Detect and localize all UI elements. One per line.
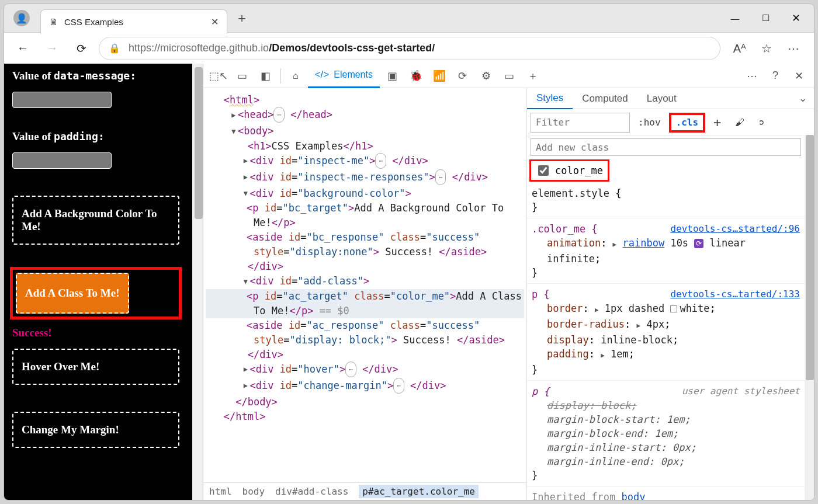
refresh-button[interactable]: ⟳ <box>70 37 93 60</box>
favorite-star-icon[interactable]: ☆ <box>758 41 775 55</box>
colorme-rule[interactable]: .color_me {devtools-cs…started/:96 anima… <box>527 218 805 284</box>
styles-tabs-expand-icon[interactable]: ⌄ <box>792 92 814 105</box>
dock-icon[interactable]: ◧ <box>255 65 276 86</box>
performance-icon[interactable]: ⟳ <box>452 65 473 86</box>
hover-box[interactable]: Hover Over Me! <box>12 349 179 385</box>
read-aloud-icon[interactable]: Aᴬ <box>731 41 748 55</box>
lock-icon: 🔒 <box>109 43 120 54</box>
p-ua-rule: p {user agent stylesheet display: block;… <box>527 381 805 486</box>
hov-toggle-button[interactable]: :hov <box>632 113 667 133</box>
url-field[interactable]: 🔒 https://microsoftedge.github.io/Demos/… <box>99 37 720 60</box>
highlighted-add-class-box: Add A Class To Me! <box>12 269 179 317</box>
breadcrumb-item[interactable]: body <box>242 486 265 497</box>
back-button[interactable]: ← <box>11 37 34 60</box>
console-icon[interactable]: ▣ <box>382 65 403 86</box>
browser-tab[interactable]: 🗎 CSS Examples ✕ <box>40 9 227 34</box>
styles-tab-computed[interactable]: Computed <box>573 88 637 109</box>
application-icon[interactable]: ▭ <box>499 65 520 86</box>
padding-label: Value of padding: <box>12 130 179 143</box>
titlebar: 👤 🗎 CSS Examples ✕ ＋ — ☐ ✕ <box>4 4 814 32</box>
settings-menu-icon[interactable]: ⋯ <box>785 41 802 55</box>
content-area: Value of data-message: Value of padding:… <box>4 64 814 500</box>
url-text: https://microsoftedge.github.io/Demos/de… <box>129 42 435 54</box>
data-message-label: Value of data-message: <box>12 69 179 82</box>
page-scrollbar[interactable] <box>192 64 203 500</box>
styles-toolbar: :hov .cls + 🖌 ➲ <box>527 109 814 136</box>
styles-tabs: Styles Computed Layout ⌄ <box>527 88 814 109</box>
dom-tree[interactable]: <html> ▶<head>⋯ </head> ▼<body> <h1>CSS … <box>203 88 526 482</box>
network-icon[interactable]: 📶 <box>429 65 450 86</box>
rule-source-link[interactable]: devtools-cs…tarted/:133 <box>670 287 800 301</box>
sources-icon[interactable]: 🐞 <box>405 65 427 86</box>
devtools-close-icon[interactable]: ✕ <box>788 65 809 86</box>
new-style-rule-button[interactable]: + <box>708 113 727 133</box>
styles-filter-input[interactable] <box>531 113 630 133</box>
class-checkbox-row[interactable]: color_me <box>529 159 609 182</box>
window-close-button[interactable]: ✕ <box>782 6 809 30</box>
styles-pane: Styles Computed Layout ⌄ :hov .cls + 🖌 ➲ <box>527 88 814 500</box>
class-checkbox-label: color_me <box>555 165 603 176</box>
window-minimize-button[interactable]: — <box>722 6 748 30</box>
window-maximize-button[interactable]: ☐ <box>752 6 779 30</box>
copy-styles-icon[interactable]: 🖌 <box>729 113 750 133</box>
device-toggle-icon[interactable]: ▭ <box>231 65 252 86</box>
welcome-tab[interactable]: ⌂ <box>286 64 306 88</box>
profile-avatar-icon[interactable]: 👤 <box>13 10 30 26</box>
breadcrumb-item-selected[interactable]: p#ac_target.color_me <box>359 485 479 498</box>
page-render-pane: Value of data-message: Value of padding:… <box>4 64 203 500</box>
data-message-input[interactable] <box>12 92 112 108</box>
background-color-box[interactable]: Add A Background Color To Me! <box>12 196 179 245</box>
add-class-box[interactable]: Add A Class To Me! <box>16 273 129 314</box>
forward-button[interactable]: → <box>40 37 64 60</box>
change-margin-box[interactable]: Change My Margin! <box>12 412 179 448</box>
breadcrumb-item[interactable]: div#add-class <box>275 486 348 497</box>
devtools-pane: ⬚↖ ▭ ◧ ⌂ </>Elements ▣ 🐞 📶 ⟳ ⚙ ▭ ＋ ⋯ ? ✕ <box>203 64 814 500</box>
element-style-rule[interactable]: element.style { } <box>527 183 805 218</box>
add-new-class-input[interactable] <box>531 138 801 156</box>
page-icon: 🗎 <box>49 17 58 27</box>
p-rule[interactable]: p {devtools-cs…tarted/:133 border: ▶ 1px… <box>527 284 805 381</box>
breadcrumb-item[interactable]: html <box>209 486 232 497</box>
help-icon[interactable]: ? <box>765 65 786 86</box>
tab-close-icon[interactable]: ✕ <box>211 16 219 27</box>
styles-scrollbar[interactable] <box>805 135 814 500</box>
memory-icon[interactable]: ⚙ <box>476 65 497 86</box>
styles-tab-styles[interactable]: Styles <box>527 88 573 109</box>
padding-input[interactable] <box>12 152 112 169</box>
styles-tab-layout[interactable]: Layout <box>637 88 686 109</box>
class-checkbox[interactable] <box>538 165 549 176</box>
dom-breadcrumb[interactable]: html body div#add-class p#ac_target.colo… <box>203 482 526 500</box>
browser-window: 👤 🗎 CSS Examples ✕ ＋ — ☐ ✕ ← → ⟳ 🔒 https… <box>4 4 814 500</box>
devtools-menu-icon[interactable]: ⋯ <box>741 65 762 86</box>
address-bar: ← → ⟳ 🔒 https://microsoftedge.github.io/… <box>4 32 814 64</box>
new-tab-button[interactable]: ＋ <box>235 9 248 27</box>
elements-tab[interactable]: </>Elements <box>308 64 380 88</box>
rule-source-link[interactable]: devtools-cs…started/:96 <box>670 222 800 236</box>
inherited-section: Inherited from body <box>527 486 805 500</box>
computed-sidebar-icon[interactable]: ➲ <box>753 113 770 133</box>
success-text: Success! <box>12 326 179 339</box>
tab-title: CSS Examples <box>64 17 123 27</box>
devtools-toolbar: ⬚↖ ▭ ◧ ⌂ </>Elements ▣ 🐞 📶 ⟳ ⚙ ▭ ＋ ⋯ ? ✕ <box>203 64 814 88</box>
dom-tree-pane: <html> ▶<head>⋯ </head> ▼<body> <h1>CSS … <box>203 88 527 500</box>
more-tabs-icon[interactable]: ＋ <box>522 65 543 86</box>
inspect-element-icon[interactable]: ⬚↖ <box>208 65 229 86</box>
cls-toggle-button[interactable]: .cls <box>669 113 706 133</box>
